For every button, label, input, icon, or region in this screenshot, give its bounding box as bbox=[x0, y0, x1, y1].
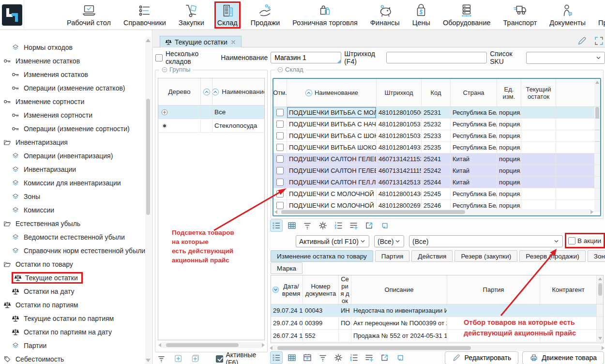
row-checkbox[interactable] bbox=[276, 109, 284, 116]
column-header-stock[interactable]: Текущий остаток bbox=[521, 79, 556, 106]
column-header-code[interactable]: Код bbox=[422, 79, 451, 106]
fullscreen-icon[interactable] bbox=[594, 36, 604, 46]
sidebar-item-stock-change[interactable]: Изменение остатков bbox=[0, 54, 143, 68]
sort-desc-icon[interactable] bbox=[272, 286, 279, 293]
sort-asc-icon[interactable] bbox=[203, 88, 211, 96]
nav-item-purchases[interactable]: Закупки bbox=[176, 2, 207, 28]
scroll-up-icon[interactable] bbox=[598, 277, 602, 280]
sidebar-item-stock-by-product[interactable]: Остатки по товару bbox=[0, 258, 143, 271]
nav-item-documents[interactable]: Документы bbox=[547, 2, 588, 28]
nav-item-desktop[interactable]: Рабочий стол bbox=[64, 2, 113, 28]
sidebar-scrollbar[interactable] bbox=[145, 37, 151, 364]
open-external-button[interactable] bbox=[379, 352, 391, 364]
sidebar-item-grade-changes[interactable]: Изменения сортности bbox=[0, 108, 143, 122]
scrollbar-thumb[interactable] bbox=[598, 283, 602, 296]
sort-asc-icon[interactable] bbox=[212, 88, 219, 96]
scroll-left-icon[interactable] bbox=[270, 346, 272, 350]
sku-list-select[interactable] bbox=[526, 52, 605, 64]
filter-icon[interactable] bbox=[157, 354, 166, 364]
tree-cell[interactable] bbox=[158, 106, 201, 119]
scroll-right-icon[interactable] bbox=[590, 210, 593, 214]
filter-button[interactable] bbox=[302, 220, 313, 231]
edit-button[interactable]: Редактировать bbox=[445, 351, 518, 364]
stock-row[interactable]: ПОДУШЕЧКИ ВИТЬБА С МОЛ.НАЧ.4810128010500… bbox=[273, 107, 600, 119]
history-row[interactable]: 29.07.24 15:2100043ИННедостача по инвент… bbox=[271, 304, 603, 317]
row-checkbox[interactable] bbox=[276, 132, 284, 139]
checkbox[interactable] bbox=[216, 355, 223, 363]
row-checkbox[interactable] bbox=[276, 179, 284, 186]
goods-movement-button[interactable]: Движение товара bbox=[522, 351, 604, 364]
history-hscrollbar[interactable] bbox=[271, 345, 604, 351]
column-header-datetime[interactable]: Дата/ время bbox=[271, 275, 303, 304]
view-list-button[interactable] bbox=[271, 352, 282, 364]
sidebar-item-natural-loss-sheets[interactable]: Ведомости естественной убыли bbox=[0, 230, 143, 244]
tab-reserve-purchase[interactable]: Резерв (закупки) bbox=[454, 250, 517, 262]
column-header-number[interactable]: Номер документа bbox=[303, 275, 339, 304]
column-header-sort[interactable] bbox=[201, 78, 212, 105]
multi-warehouse-checkbox[interactable] bbox=[155, 54, 163, 61]
nav-item-equipment[interactable]: Оборудование bbox=[440, 2, 493, 28]
calendar-button[interactable] bbox=[302, 352, 313, 364]
sidebar-item-cost-price[interactable]: Себестоимость bbox=[0, 352, 143, 364]
sidebar-item-stock-on-date[interactable]: Остатки на дату bbox=[0, 285, 143, 298]
add-box-icon[interactable] bbox=[174, 354, 183, 364]
history-row[interactable]: 29.07.24 03:0000399ПОАкт переоценки № ПО… bbox=[271, 317, 603, 330]
tab-mark[interactable]: Марка bbox=[271, 262, 302, 274]
view-grid-button[interactable] bbox=[286, 352, 298, 364]
sidebar-item-inventory-commissions[interactable]: Комиссии для инвентаризации bbox=[0, 176, 143, 190]
group-row-all[interactable]: Все bbox=[158, 106, 264, 119]
open-external-button[interactable] bbox=[363, 220, 375, 231]
row-checkbox[interactable] bbox=[276, 167, 284, 174]
nav-item-catalogs[interactable]: Справочники bbox=[121, 2, 168, 28]
row-checkbox[interactable] bbox=[276, 202, 284, 209]
group-name[interactable]: Все bbox=[212, 108, 264, 116]
nav-item-retail[interactable]: Розничная торговля bbox=[290, 2, 360, 28]
scroll-down-icon[interactable] bbox=[598, 337, 602, 340]
tab-actions[interactable]: Действия bbox=[411, 250, 453, 262]
nav-item-transport[interactable]: Транспорт bbox=[501, 2, 540, 28]
collapse-minus-icon[interactable] bbox=[162, 67, 167, 73]
scroll-down-icon[interactable] bbox=[146, 359, 151, 362]
sidebar-item-stock-changes[interactable]: Изменения остатков bbox=[0, 68, 143, 81]
stock-vscrollbar[interactable] bbox=[594, 79, 600, 106]
row-checkbox[interactable] bbox=[276, 144, 284, 151]
tab-stock-change[interactable]: Изменение остатка по товару bbox=[271, 250, 373, 262]
view-list-button[interactable] bbox=[271, 220, 282, 231]
tab-current-stock[interactable]: Текущие остатки bbox=[160, 36, 242, 47]
sidebar-item-current-stock[interactable]: Текущие остатки bbox=[0, 271, 143, 285]
groups-hscrollbar[interactable] bbox=[159, 342, 264, 348]
sidebar-item-natural-loss-norms[interactable]: Справочник норм естественной убыли bbox=[0, 244, 143, 258]
sidebar-item-grade-change-ops[interactable]: Операции (изменение сортности) bbox=[0, 122, 143, 136]
scroll-up-icon[interactable] bbox=[595, 81, 599, 84]
column-header-contractor[interactable]: Контрагент bbox=[540, 275, 597, 304]
refresh-button[interactable] bbox=[379, 220, 391, 231]
tab-reserve-sales[interactable]: Резерв (продажи) bbox=[519, 250, 586, 262]
sidebar-item-stock-batches-on-date[interactable]: Остатки по партиям на дату bbox=[0, 325, 143, 339]
settings-button[interactable] bbox=[333, 352, 344, 364]
settings-button[interactable] bbox=[317, 220, 329, 231]
scrollbar-thumb[interactable] bbox=[281, 210, 465, 214]
column-header-series[interactable]: Серия док bbox=[339, 275, 351, 304]
nav-item-prices[interactable]: Цены bbox=[410, 2, 433, 28]
column-header-unit[interactable]: Ед. изм. bbox=[497, 79, 521, 106]
stock-row[interactable]: ПОДУШЕЧКИ ВИТЬБА С ШОК.НАЧ.4810128015031… bbox=[273, 130, 600, 142]
sidebar-item-natural-loss[interactable]: Естественная убыль bbox=[0, 217, 143, 230]
close-icon[interactable] bbox=[230, 39, 236, 45]
stock-row[interactable]: ПОДУШЕЧКИ С МОЛОЧНОЙ НАЧИ481012800143025… bbox=[273, 188, 600, 200]
scroll-right-icon[interactable] bbox=[602, 346, 605, 350]
tab-zones[interactable]: Зоны bbox=[588, 250, 605, 262]
scrollbar-thumb[interactable] bbox=[146, 99, 150, 215]
status-select[interactable]: Активный (ctrl F10) bbox=[296, 235, 369, 247]
group-row-glassware[interactable]: Стеклопосуда bbox=[158, 119, 264, 133]
column-header-barcode[interactable]: Штрихкод bbox=[377, 79, 422, 106]
stock-row-promo[interactable]: ПОДУШЕЧКИ САЛТОН ГЕЛ.ЛЕДИ Д/460713142513… bbox=[273, 177, 600, 188]
sort-asc-icon[interactable] bbox=[305, 89, 313, 97]
barcode-input[interactable] bbox=[386, 52, 487, 63]
view-grid-button[interactable] bbox=[286, 220, 298, 231]
numbered-list-button[interactable] bbox=[348, 352, 360, 364]
sidebar-item-zones[interactable]: Зоны bbox=[0, 190, 143, 203]
stock-row-promo[interactable]: ПОДУШЕЧКИ САЛТОН ГЕЛЕВЫЕ ПО4607131421115… bbox=[273, 165, 600, 177]
nav-item-sales[interactable]: Продажи bbox=[248, 2, 283, 28]
row-checkbox[interactable] bbox=[276, 121, 284, 128]
sidebar-item-waste-norms[interactable]: Нормы отходов bbox=[0, 41, 143, 54]
